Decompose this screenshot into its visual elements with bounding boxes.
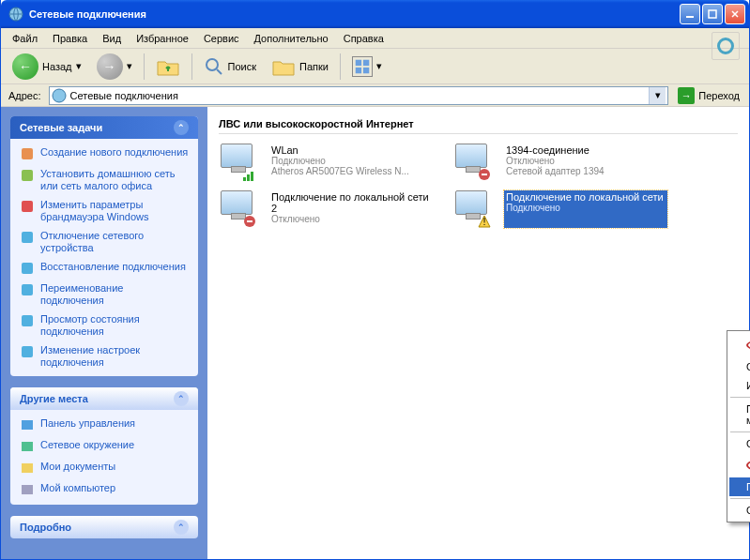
sidebar-task-link[interactable]: Просмотр состояния подключения xyxy=(20,313,189,338)
context-menu-item[interactable]: Переименовать xyxy=(729,477,750,496)
sidebar-place-link[interactable]: Мой компьютер xyxy=(20,482,189,497)
section-title: ЛВС или высокоскоростной Интернет xyxy=(219,114,738,134)
svg-rect-11 xyxy=(22,201,33,212)
search-button[interactable]: Поиск xyxy=(198,53,262,80)
task-icon xyxy=(20,199,35,214)
sidebar-task-link[interactable]: Изменение настроек подключения xyxy=(20,344,189,369)
chevron-down-icon: ▾ xyxy=(76,60,82,72)
panel-details-title: Подробно xyxy=(20,522,71,533)
connection-status: Подключено xyxy=(506,203,666,213)
context-menu-item[interactable]: Свойства xyxy=(729,501,750,520)
connection-icon xyxy=(221,144,262,181)
chevron-down-icon: ▾ xyxy=(127,60,132,72)
context-menu: ОтключитьСостояниеИсправитьПодключения т… xyxy=(727,330,750,522)
connection-status: Подключено xyxy=(271,156,431,166)
task-label: Установить домашнюю сеть или сеть малого… xyxy=(40,168,189,192)
svg-rect-2 xyxy=(709,10,716,18)
connection-name: WLan xyxy=(271,144,431,156)
svg-rect-20 xyxy=(22,485,33,494)
folders-button[interactable]: Папки xyxy=(266,53,334,80)
context-menu-item[interactable]: Отключить xyxy=(729,333,750,357)
menu-help[interactable]: Справка xyxy=(336,30,391,47)
panel-places-header[interactable]: Другие места ⌃ xyxy=(10,387,198,410)
sidebar-task-link[interactable]: Установить домашнюю сеть или сеть малого… xyxy=(20,168,189,192)
context-menu-item[interactable]: Подключения типа мост xyxy=(729,400,750,430)
svg-rect-15 xyxy=(22,315,33,326)
search-label: Поиск xyxy=(228,61,256,72)
panel-details-header[interactable]: Подробно ⌃ xyxy=(10,516,198,538)
svg-rect-21 xyxy=(243,177,246,181)
toolbar: ← Назад ▾ → ▾ Поиск Папки ▾ xyxy=(1,49,749,84)
status-badge-icon xyxy=(243,168,256,181)
collapse-icon: ⌃ xyxy=(174,520,189,535)
chevron-down-icon: ▾ xyxy=(376,60,382,72)
views-icon xyxy=(352,56,373,77)
network-icon xyxy=(8,7,23,22)
connection-item[interactable]: 1394-соединениеОтключеноСетевой адаптер … xyxy=(453,142,669,183)
menu-favorites[interactable]: Избранное xyxy=(129,30,196,47)
svg-rect-23 xyxy=(251,172,253,181)
views-button[interactable]: ▾ xyxy=(346,53,388,80)
go-button[interactable]: → Переход xyxy=(672,85,745,106)
connection-icon xyxy=(221,190,262,228)
sidebar-place-link[interactable]: Сетевое окружение xyxy=(20,439,189,454)
svg-point-8 xyxy=(53,89,66,102)
status-badge-icon xyxy=(478,168,491,181)
connection-status: Отключено xyxy=(506,156,666,166)
window-title: Сетевые подключения xyxy=(27,8,680,20)
sidebar-task-link[interactable]: Создание нового подключения xyxy=(20,146,189,161)
sidebar-task-link[interactable]: Отключение сетевого устройства xyxy=(20,230,189,254)
context-menu-item[interactable]: Состояние xyxy=(729,357,750,376)
menu-view[interactable]: Вид xyxy=(95,30,129,47)
menu-edit[interactable]: Правка xyxy=(45,30,95,47)
status-badge-icon xyxy=(243,215,256,228)
connection-name: Подключение по локальной сети xyxy=(506,191,666,203)
collapse-icon: ⌃ xyxy=(174,391,189,406)
forward-button[interactable]: → ▾ xyxy=(91,51,138,83)
sidebar-task-link[interactable]: Переименование подключения xyxy=(20,282,189,307)
connection-item[interactable]: Подключение по локальной сети 2Отключено xyxy=(219,189,435,230)
minimize-button[interactable] xyxy=(680,4,700,24)
context-menu-item[interactable]: Исправить xyxy=(729,376,750,395)
close-button[interactable] xyxy=(725,4,745,24)
task-label: Отключение сетевого устройства xyxy=(40,230,189,254)
svg-rect-18 xyxy=(22,442,33,451)
svg-rect-5 xyxy=(363,59,369,65)
context-menu-item[interactable]: Создать ярлык xyxy=(729,434,750,453)
folders-icon xyxy=(271,56,296,77)
svg-rect-16 xyxy=(22,346,33,357)
connection-item[interactable]: !Подключение по локальной сетиПодключено xyxy=(453,189,669,230)
maximize-button[interactable] xyxy=(702,4,723,24)
folders-label: Папки xyxy=(299,61,329,72)
address-input[interactable]: Сетевые подключения ▾ xyxy=(49,86,669,105)
connection-detail: Сетевой адаптер 1394 xyxy=(506,166,666,176)
connection-icon: ! xyxy=(455,190,497,228)
collapse-icon: ⌃ xyxy=(174,120,189,135)
go-label: Переход xyxy=(698,90,740,101)
menu-separator xyxy=(730,397,750,398)
connection-icon xyxy=(455,144,497,181)
sidebar-place-link[interactable]: Мои документы xyxy=(20,461,189,476)
panel-tasks-header[interactable]: Сетевые задачи ⌃ xyxy=(10,116,198,139)
separator xyxy=(144,53,145,80)
separator xyxy=(340,53,341,80)
magnifier-icon xyxy=(204,56,224,77)
address-dropdown[interactable]: ▾ xyxy=(649,87,666,104)
up-button[interactable] xyxy=(150,53,186,80)
panel-tasks: Сетевые задачи ⌃ Создание нового подключ… xyxy=(10,116,198,376)
titlebar[interactable]: Сетевые подключения xyxy=(1,0,749,28)
connection-item[interactable]: WLanПодключеноAtheros AR5007EG Wireless … xyxy=(219,142,435,183)
sidebar-place-link[interactable]: Панель управления xyxy=(20,417,189,432)
separator xyxy=(191,53,192,80)
menu-file[interactable]: Файл xyxy=(5,30,45,47)
menu-extra[interactable]: Дополнительно xyxy=(247,30,336,47)
task-icon xyxy=(20,313,35,328)
svg-rect-19 xyxy=(22,463,33,473)
sidebar-task-link[interactable]: Изменить параметры брандмауэра Windows xyxy=(20,199,189,223)
menu-tools[interactable]: Сервис xyxy=(196,30,247,47)
sidebar-task-link[interactable]: Восстановление подключения xyxy=(20,261,189,276)
svg-rect-7 xyxy=(363,67,369,72)
svg-rect-22 xyxy=(247,174,250,181)
back-button[interactable]: ← Назад ▾ xyxy=(7,51,87,83)
task-icon xyxy=(20,230,35,245)
